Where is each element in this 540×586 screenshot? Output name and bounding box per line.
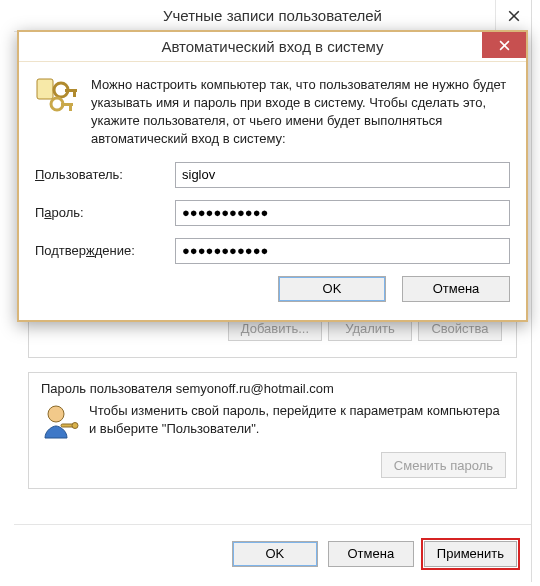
close-icon <box>499 40 510 51</box>
user-key-icon <box>39 402 79 442</box>
password-input[interactable] <box>175 200 510 226</box>
username-input[interactable] <box>175 162 510 188</box>
keys-icon <box>35 76 79 116</box>
password-help-text: Чтобы изменить свой пароль, перейдите к … <box>89 402 506 437</box>
close-icon <box>508 10 520 22</box>
confirm-label: Подтверждение: <box>35 243 175 258</box>
svg-rect-8 <box>61 103 73 106</box>
svg-point-2 <box>72 423 78 429</box>
username-label: Пользователь: <box>35 167 175 182</box>
svg-rect-3 <box>37 79 53 99</box>
autologon-dialog: Автоматический вход в систему <box>17 30 528 322</box>
parent-window-title: Учетные записи пользователей <box>163 7 382 24</box>
svg-rect-9 <box>69 106 72 111</box>
autologon-ok-button[interactable]: OK <box>278 276 386 302</box>
autologon-intro-text: Можно настроить компьютер так, что польз… <box>91 76 510 148</box>
password-caption: Пароль пользователя semyonoff.ru@hotmail… <box>41 381 506 396</box>
password-caption-user: semyonoff.ru@hotmail.com <box>176 381 334 396</box>
password-label: Пароль: <box>35 205 175 220</box>
password-groupbox: Пароль пользователя semyonoff.ru@hotmail… <box>28 372 517 489</box>
parent-apply-button[interactable]: Применить <box>424 541 517 567</box>
autologon-close-button[interactable] <box>482 32 526 58</box>
autologon-title: Автоматический вход в систему <box>161 38 383 55</box>
confirm-input[interactable] <box>175 238 510 264</box>
parent-ok-button[interactable]: OK <box>232 541 318 567</box>
change-password-button[interactable]: Сменить пароль <box>381 452 506 478</box>
svg-point-0 <box>48 406 64 422</box>
svg-rect-6 <box>73 92 76 97</box>
svg-rect-5 <box>65 89 77 92</box>
password-caption-prefix: Пароль пользователя <box>41 381 176 396</box>
parent-titlebar: Учетные записи пользователей <box>14 0 531 32</box>
autologon-titlebar: Автоматический вход в систему <box>19 32 526 62</box>
autologon-cancel-button[interactable]: Отмена <box>402 276 510 302</box>
parent-cancel-button[interactable]: Отмена <box>328 541 414 567</box>
parent-close-button[interactable] <box>495 0 531 32</box>
parent-footer: OK Отмена Применить <box>14 524 531 582</box>
